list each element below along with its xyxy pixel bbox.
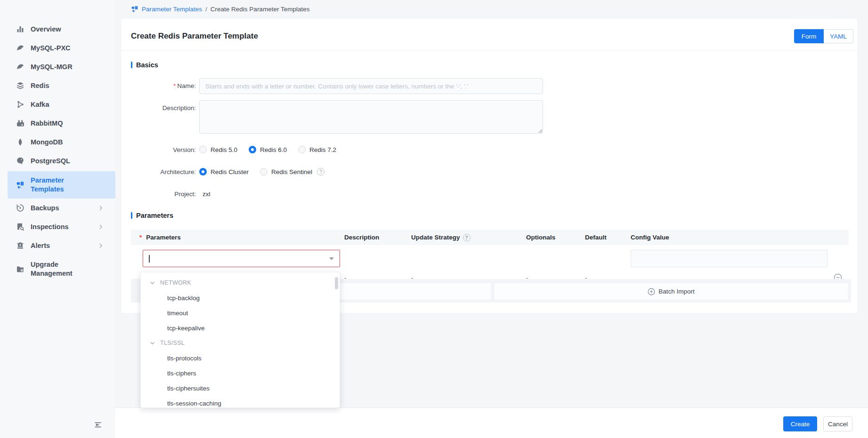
name-input[interactable]: [199, 78, 543, 94]
project-value: zxl: [203, 191, 211, 198]
architecture-option-sentinel[interactable]: Redis Sentinel: [260, 168, 312, 175]
sidebar-collapse-icon[interactable]: [93, 420, 103, 430]
bar-chart-icon: [16, 25, 24, 33]
sidebar-item-upgrade-management[interactable]: Upgrade Management: [0, 256, 115, 282]
radio-unchecked-icon[interactable]: [298, 146, 306, 153]
basics-section-heading: Basics: [131, 61, 158, 69]
postgresql-icon: [16, 157, 24, 165]
sidebar-item-rabbitmq[interactable]: RabbitMQ: [0, 114, 115, 133]
parameter-templates-icon: [131, 5, 138, 13]
inspection-icon: [16, 223, 24, 231]
chevron-down-icon: [149, 340, 155, 346]
parameters-table-header: * Parameters Description Update Strategy…: [131, 230, 849, 245]
redis-icon: [16, 81, 24, 90]
sidebar-item-label: MySQL-MGR: [31, 63, 73, 72]
sidebar: Overview MySQL-PXC MySQL-MGR Redis Kafka: [0, 0, 115, 438]
view-toggle: Form YAML: [794, 29, 853, 43]
sidebar-item-label: Kafka: [31, 100, 49, 109]
dropdown-group-tls-ssl[interactable]: TLS/SSL: [141, 335, 340, 350]
footer-bar: Create Cancel: [115, 407, 868, 438]
dropdown-option[interactable]: tcp-keepalive: [141, 320, 340, 335]
toggle-form-button[interactable]: Form: [794, 29, 824, 43]
column-default: Default: [585, 230, 607, 245]
sidebar-item-overview[interactable]: Overview: [0, 20, 115, 39]
breadcrumb-separator: /: [205, 6, 207, 13]
cancel-button[interactable]: Cancel: [823, 416, 852, 431]
sidebar-item-parameter-templates[interactable]: Parameter Templates: [8, 171, 115, 199]
sidebar-item-label: PostgreSQL: [31, 157, 70, 166]
mysql-icon: [16, 44, 24, 52]
alarm-icon: [16, 241, 24, 250]
page-title: Create Redis Parameter Template: [131, 32, 258, 41]
version-option-redis60[interactable]: Redis 6.0: [249, 146, 287, 153]
sidebar-item-inspections[interactable]: Inspections: [0, 217, 115, 236]
mongodb-icon: [16, 138, 24, 146]
parameter-select[interactable]: [143, 250, 340, 267]
chevron-right-icon: [97, 223, 104, 230]
sidebar-item-mysql-mgr[interactable]: MySQL-MGR: [0, 57, 115, 76]
dropdown-option[interactable]: tls-session-caching: [141, 396, 340, 408]
parameters-section-heading: Parameters: [131, 212, 173, 219]
radio-unchecked-icon[interactable]: [260, 168, 268, 175]
plus-circle-icon: [648, 288, 655, 295]
create-button[interactable]: Create: [783, 416, 817, 431]
dropdown-option[interactable]: tls-ciphersuites: [141, 381, 340, 396]
radio-checked-icon[interactable]: [199, 168, 207, 175]
toggle-yaml-button[interactable]: YAML: [824, 29, 853, 43]
breadcrumb: Parameter Templates / Create Redis Param…: [131, 5, 309, 13]
dropdown-option[interactable]: tls-protocols: [141, 350, 340, 366]
dropdown-list: NETWORK tcp-backlog timeout tcp-keepaliv…: [141, 272, 340, 408]
dropdown-option[interactable]: tcp-backlog: [141, 290, 340, 305]
required-mark: *: [173, 82, 176, 89]
dropdown-group-network[interactable]: NETWORK: [141, 275, 340, 290]
radio-checked-icon[interactable]: [249, 146, 256, 153]
description-label: Description:: [131, 104, 196, 111]
sidebar-item-label: Inspections: [31, 223, 69, 231]
sidebar-item-mysql-pxc[interactable]: MySQL-PXC: [0, 39, 115, 57]
column-parameters: * Parameters: [139, 230, 181, 245]
question-circle-icon[interactable]: [317, 168, 324, 175]
dropdown-option[interactable]: tls-ciphers: [141, 366, 340, 381]
main-card: Create Redis Parameter Template Form YAM…: [122, 19, 857, 313]
dropdown-scrollbar-thumb[interactable]: [335, 277, 338, 289]
column-description: Description: [344, 230, 379, 245]
sidebar-item-postgresql[interactable]: PostgreSQL: [0, 151, 115, 170]
parameter-templates-icon: [16, 181, 24, 189]
sidebar-item-backups[interactable]: Backups: [0, 199, 115, 217]
version-label: Version:: [131, 146, 196, 153]
architecture-option-cluster[interactable]: Redis Cluster: [199, 168, 249, 175]
name-label: *Name:: [131, 82, 196, 89]
description-textarea[interactable]: [199, 100, 543, 134]
kafka-icon: [16, 100, 24, 109]
chevron-down-icon: [149, 280, 155, 286]
sidebar-item-label: RabbitMQ: [31, 119, 63, 128]
sidebar-item-label: Parameter Templates: [31, 176, 93, 194]
section-accent-bar: [131, 62, 132, 68]
dropdown-option[interactable]: timeout: [141, 305, 340, 320]
sidebar-item-label: MySQL-PXC: [31, 44, 71, 53]
version-radio-group: Redis 5.0 Redis 6.0 Redis 7.2: [199, 146, 348, 153]
column-update-strategy: Update Strategy: [411, 230, 471, 245]
version-option-redis72[interactable]: Redis 7.2: [298, 146, 336, 153]
config-value-input[interactable]: [631, 250, 827, 267]
column-optionals: Optionals: [526, 230, 555, 245]
sidebar-item-kafka[interactable]: Kafka: [0, 95, 115, 114]
sidebar-item-alerts[interactable]: Alerts: [0, 236, 115, 255]
app-screen: Overview MySQL-PXC MySQL-MGR Redis Kafka: [0, 0, 868, 438]
sidebar-item-label: Upgrade Management: [31, 260, 93, 278]
sidebar-nav: Overview MySQL-PXC MySQL-MGR Redis Kafka: [0, 20, 115, 282]
architecture-radio-group: Redis Cluster Redis Sentinel: [199, 168, 324, 175]
question-circle-icon[interactable]: [463, 234, 471, 241]
version-option-redis50[interactable]: Redis 5.0: [199, 146, 237, 153]
sidebar-item-redis[interactable]: Redis: [0, 76, 115, 95]
upgrade-folder-icon: [16, 265, 24, 273]
breadcrumb-root-link[interactable]: Parameter Templates: [142, 6, 202, 13]
batch-import-button[interactable]: Batch Import: [495, 283, 848, 300]
parameter-dropdown: NETWORK tcp-backlog timeout tcp-keepaliv…: [140, 272, 340, 408]
project-label: Project:: [131, 191, 196, 198]
sidebar-item-mongodb[interactable]: MongoDB: [0, 133, 115, 151]
mysql-icon: [16, 63, 24, 71]
backup-icon: [16, 204, 24, 212]
radio-unchecked-icon[interactable]: [199, 146, 207, 153]
sidebar-item-label: Redis: [31, 81, 49, 90]
